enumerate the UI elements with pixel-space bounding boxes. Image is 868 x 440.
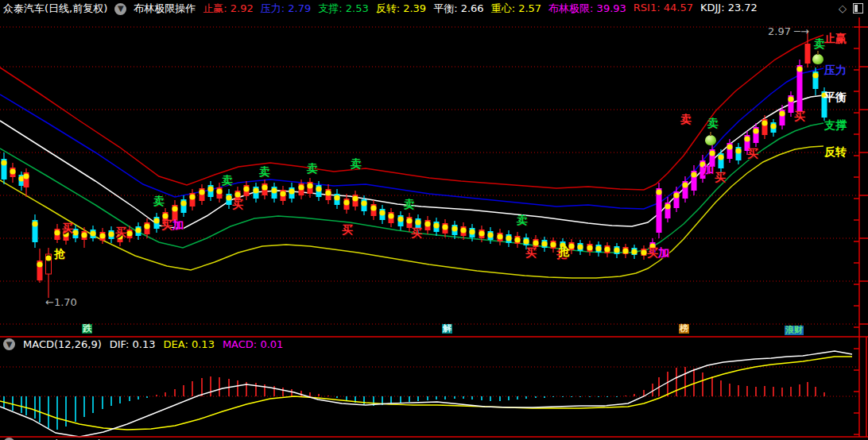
macd-readout: MACD: 0.01 [223,338,283,350]
macd-header: ▼ MACD(12,26,9) DIF: 0.13 DEA: 0.13 MACD… [3,338,283,350]
candles [1,31,827,298]
band-支撑 [0,123,823,253]
top-right-icons: ◇ [839,3,863,14]
split-view-icon[interactable] [853,3,863,14]
band-压力 [0,68,823,209]
macd-indicator-name[interactable]: MACD(12,26,9) [23,338,102,350]
chevron-down-icon[interactable]: ▼ [114,3,126,15]
dif-line [0,351,852,437]
top-bar: 众泰汽车(日线,前复权) ▼ 布林极限操作 止赢: 2.92压力: 2.79支撑… [0,0,868,17]
indicator-field: 止赢: 2.92 [203,2,253,16]
dif-readout: DIF: 0.13 [110,338,156,350]
trading-terminal: { "palette":{"red":"#ff2a2a","dark_red":… [0,0,868,440]
diamond-icon[interactable]: ◇ [839,3,847,14]
macd-histogram [4,367,824,430]
chevron-down-icon[interactable]: ▼ [3,338,15,350]
stock-title: 众泰汽车(日线,前复权) [3,2,107,16]
indicator-values: 止赢: 2.92压力: 2.79支撑: 2.53反转: 2.39平衡: 2.66… [203,2,758,16]
chart-canvas[interactable] [0,0,868,440]
indicator-field: 重心: 2.57 [491,2,541,16]
indicator-field: 压力: 2.79 [261,2,311,16]
indicator-name[interactable]: 布林极限操作 [134,2,196,16]
indicator-field: KDJJ: 23.72 [700,2,758,16]
dea-line [0,357,852,430]
indicator-field: RSI1: 44.57 [634,2,693,16]
indicator-field: 支撑: 2.53 [318,2,368,16]
indicator-field: 平衡: 2.66 [433,2,483,16]
indicator-field: 反转: 2.39 [376,2,426,16]
indicator-field: 布林极限: 39.93 [548,2,626,16]
dea-readout: DEA: 0.13 [164,338,215,350]
